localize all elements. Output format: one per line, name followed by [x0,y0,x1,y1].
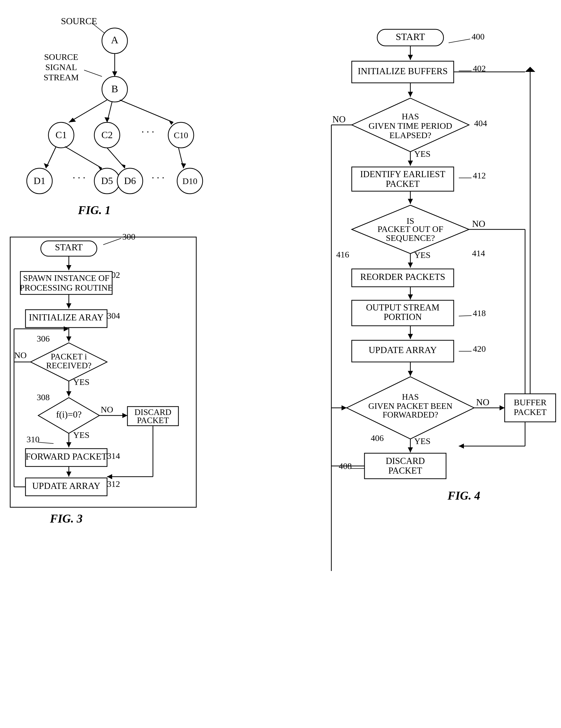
node-304-label: INITIALIZE ARAY [29,312,104,322]
node-312-label: UPDATE ARRAY [32,481,100,491]
node-408-label2: PACKET [388,466,422,476]
ref-416: 416 [336,250,349,259]
node-412-label2: PACKET [386,179,420,189]
node-418-label1: OUTPUT STREAM [366,303,439,313]
ref-312: 312 [107,479,120,489]
line-B-C10 [120,100,173,122]
node-408-label1: DISCARD [386,456,425,466]
node-C1-label: C1 [56,129,67,140]
label-yes-404: YES [414,149,430,159]
node-404-label2: GIVEN TIME PERIOD [369,121,452,131]
node-discard-fig3-label2: PACKET [137,416,169,425]
svg-marker-50 [408,263,413,268]
node-306-label1: PACKET i [51,352,87,361]
node-414-label3: SEQUENCE? [386,233,435,243]
node-D10-label: D10 [182,176,198,186]
ref-308: 308 [37,393,50,402]
svg-marker-52 [408,294,413,300]
node-410-label1: BUFFER [514,398,547,407]
svg-line-53 [459,316,472,316]
svg-marker-24 [66,442,71,447]
svg-marker-55 [408,334,413,339]
node-314-label: FORWARD PACKET [25,451,107,462]
source-signal-label: SOURCE [44,52,78,62]
source-label: SOURCE [61,16,97,26]
arrow-A-B [112,71,117,76]
node-420-label: UPDATE ARRAY [369,345,437,355]
arrow-C2-D6 [121,164,125,168]
svg-marker-44 [408,199,413,204]
ref-314: 314 [107,451,120,461]
ref-404: 404 [474,119,487,128]
ref-414: 414 [472,249,485,258]
label-yes-306: YES [73,377,89,387]
svg-line-0 [92,23,105,33]
node-412-label1: IDENTIFY EARLIEST [360,169,445,179]
fig4-label: FIG. 4 [447,489,480,502]
arrow-C10-D10 [181,163,186,168]
svg-marker-33 [408,55,413,60]
fig3-label: FIG. 3 [50,512,83,525]
svg-marker-27 [66,472,71,477]
node-406-label1: HAS [402,392,419,401]
ref-310: 310 [27,435,40,444]
svg-marker-16 [66,391,71,396]
dots-d2: . . . [152,169,164,181]
node-410-label2: PACKET [514,407,546,417]
ref-418: 418 [473,308,486,318]
ref-306: 306 [37,334,50,343]
svg-marker-69 [342,405,347,410]
label-no-414: NO [472,219,485,229]
node-C10-label: C10 [174,131,188,140]
node-discard-fig3-label1: DISCARD [135,408,172,417]
node-406-label2: GIVEN PACKET BEEN [368,401,452,411]
source-signal-label3: STREAM [44,73,79,82]
ref-304: 304 [107,311,120,320]
label-no-404: NO [332,114,346,124]
node-308-label: f(i)=0? [56,409,82,420]
node-D6-label: D6 [124,175,136,186]
node-404-label3: ELAPSED? [389,131,431,140]
svg-marker-36 [408,92,413,97]
svg-line-31 [449,39,470,43]
node-416-label: REORDER PACKETS [360,272,445,282]
node-306-label2: RECEIVED? [46,361,92,370]
node-418-label2: PORTION [384,312,422,322]
source-signal-label2: SIGNAL [45,62,77,72]
node-406-label3: FORWARDED? [383,410,438,419]
node-B-label: B [111,83,118,95]
svg-marker-21 [107,474,112,479]
svg-marker-64 [408,447,413,452]
diagram-svg: SOURCE A SOURCE SIGNAL STREAM B . . . [0,0,561,728]
svg-marker-48 [459,444,464,449]
svg-marker-18 [122,413,127,418]
node-402-label: INITIALIZE BUFFERS [358,66,448,76]
label-yes-406: YES [414,436,430,446]
ref-420: 420 [473,344,486,354]
node-302-label2: PROCESSING ROUTINE [20,283,113,292]
fig1-label: FIG. 1 [78,204,111,217]
svg-marker-4 [66,265,71,270]
label-yes-414: YES [414,250,430,260]
node-414-label2: PACKET OUT OF [377,224,443,234]
arrow-B-C2 [105,117,110,122]
svg-marker-60 [500,405,505,410]
svg-marker-7 [66,303,71,308]
svg-marker-41 [408,161,413,166]
node-300-label: START [55,242,83,252]
node-404-label1: HAS [402,112,419,121]
svg-line-22 [38,442,54,444]
ref-406: 406 [371,433,384,443]
svg-marker-58 [408,371,413,376]
ref-400: 400 [472,32,485,41]
node-400-label: START [396,31,425,42]
node-302-label1: SPAWN INSTANCE OF [23,273,109,283]
svg-line-1 [84,70,102,76]
node-C2-label: C2 [101,129,113,140]
node-D1-label: D1 [34,175,45,186]
label-no-308: NO [101,405,113,414]
label-no-306: NO [14,350,27,360]
node-A-label: A [111,34,119,46]
svg-marker-62 [525,67,535,72]
page: SOURCE A SOURCE SIGNAL STREAM B . . . [0,0,561,728]
